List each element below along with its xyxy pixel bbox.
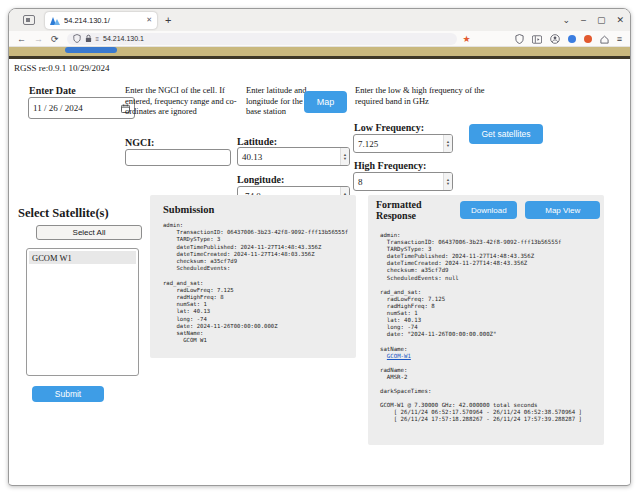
submission-panel: Submission admin: TransactionID: 0643700… <box>150 195 356 358</box>
map-button[interactable]: Map <box>304 91 347 113</box>
tab-close-icon[interactable]: ✕ <box>146 16 152 24</box>
maximize-button[interactable]: ▢ <box>597 15 606 25</box>
high-freq-label: High Frequency: <box>354 160 426 171</box>
get-satellites-button[interactable]: Get satellites <box>469 124 543 144</box>
satellite-listbox[interactable]: GCOM W1 <box>26 248 139 376</box>
low-freq-value: 7.125 <box>358 139 443 149</box>
low-freq-label: Low Frequency: <box>354 122 424 133</box>
back-button[interactable]: ← <box>17 34 26 44</box>
url-bar[interactable]: ≡ 54.214.130.1 <box>67 33 457 45</box>
submission-code: admin: TransactionID: 06437006-3b23-42f8… <box>163 222 354 344</box>
select-all-button[interactable]: Select All <box>36 225 142 240</box>
tab-strip: 54.214.130.1/ ✕ + ⌄ – ▢ ✕ <box>9 9 630 31</box>
enter-date-label: Enter Date <box>29 85 76 96</box>
ngci-label: NGCI: <box>125 137 154 148</box>
forward-button[interactable]: → <box>34 34 43 44</box>
bookmark-star-icon[interactable]: ★ <box>463 34 471 44</box>
high-freq-input[interactable]: 8 ▲▼ <box>353 172 453 191</box>
latitude-value: 40.13 <box>242 152 340 162</box>
tab-title: 54.214.130.1/ <box>64 16 142 25</box>
date-value: 11 / 26 / 2024 <box>33 103 121 113</box>
extension-orange-icon[interactable] <box>584 35 592 43</box>
active-bookmark-pill[interactable] <box>65 47 117 53</box>
latitude-label: Latitude: <box>237 136 277 147</box>
browser-toolbar: ← → ⟳ ≡ 54.214.130.1 ★ ≡ <box>9 31 630 47</box>
select-satellites-heading: Select Satellite(s) <box>18 206 109 221</box>
url-text[interactable]: 54.214.130.1 <box>103 35 144 42</box>
response-title: Formatted Response <box>376 199 452 221</box>
home-icon[interactable] <box>600 35 609 44</box>
download-button[interactable]: Download <box>460 201 517 219</box>
freq-help-text: Enter the low & high frequency of the re… <box>355 85 487 106</box>
low-freq-spinner[interactable]: ▲▼ <box>443 135 452 152</box>
longitude-label: Longitude: <box>237 174 284 185</box>
low-freq-input[interactable]: 7.125 ▲▼ <box>353 134 453 153</box>
response-header: Formatted Response Download Map View <box>376 199 600 221</box>
satellite-list-item[interactable]: GCOM W1 <box>29 251 136 264</box>
browser-window: 54.214.130.1/ ✕ + ⌄ – ▢ ✕ ← → ⟳ ≡ 54.214… <box>8 8 631 486</box>
latlon-help-text: Enter latitude and longitude for the bas… <box>246 85 308 117</box>
menu-icon[interactable]: ≡ <box>617 34 622 44</box>
latitude-input[interactable]: 40.13 ▲▼ <box>237 147 350 166</box>
app-version-header: RGSS re:0.9.1 10/29/2024 <box>14 63 110 73</box>
close-window-button[interactable]: ✕ <box>616 15 624 25</box>
submission-title: Submission <box>163 204 354 215</box>
date-input[interactable]: 11 / 26 / 2024 <box>28 97 135 119</box>
new-tab-button[interactable]: + <box>165 14 171 26</box>
page-content: RGSS re:0.9.1 10/29/2024 Enter Date 11 /… <box>9 59 630 484</box>
minimize-button[interactable]: – <box>581 15 586 25</box>
lock-icon[interactable] <box>85 34 92 43</box>
site-favicon-icon <box>50 16 60 25</box>
list-tabs-chevron-icon[interactable]: ⌄ <box>562 15 570 25</box>
browser-tab[interactable]: 54.214.130.1/ ✕ <box>45 12 157 29</box>
response-code-before: admin: TransactionID: 06437006-3b23-42f8… <box>380 232 561 359</box>
high-freq-value: 8 <box>358 177 443 187</box>
permissions-badge-icon[interactable]: ≡ <box>96 36 100 42</box>
shield-icon[interactable] <box>73 34 81 43</box>
submit-button[interactable]: Submit <box>32 386 104 402</box>
high-freq-spinner[interactable]: ▲▼ <box>443 173 452 190</box>
extension-blue-icon[interactable] <box>568 35 576 43</box>
map-view-button[interactable]: Map View <box>525 201 600 219</box>
sidebar-icon[interactable] <box>532 35 542 44</box>
response-code: admin: TransactionID: 06437006-3b23-42f8… <box>380 232 600 424</box>
latitude-spinner[interactable]: ▲▼ <box>340 148 349 165</box>
response-code-after: radName: AMSR-2 darkSpaceTimes: GCOM-W1 … <box>380 367 582 423</box>
satellite-link[interactable]: GCOM-W1 <box>387 353 411 359</box>
reload-button[interactable]: ⟳ <box>51 34 59 44</box>
firefox-view-icon[interactable] <box>23 15 35 25</box>
ngci-input[interactable] <box>125 149 231 166</box>
formatted-response-panel: Formatted Response Download Map View adm… <box>368 195 604 445</box>
account-icon[interactable] <box>550 34 560 44</box>
shield-permissions-icon[interactable] <box>515 34 524 44</box>
screenshot-root: 54.214.130.1/ ✕ + ⌄ – ▢ ✕ ← → ⟳ ≡ 54.214… <box>0 0 640 496</box>
ngci-help-text: Enter the NGCI of the cell. If entered, … <box>125 85 241 117</box>
bookmarks-band <box>9 47 630 59</box>
